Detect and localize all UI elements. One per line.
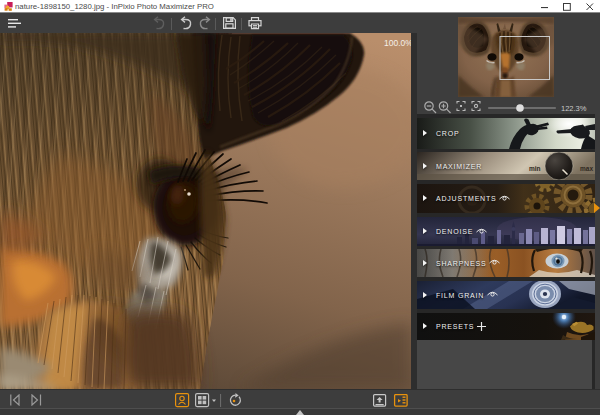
svg-text:100.0%: 100.0% xyxy=(384,38,411,48)
svg-text:122.3%: 122.3% xyxy=(561,104,587,113)
svg-text:min: min xyxy=(529,165,541,172)
svg-text:max: max xyxy=(580,165,593,172)
